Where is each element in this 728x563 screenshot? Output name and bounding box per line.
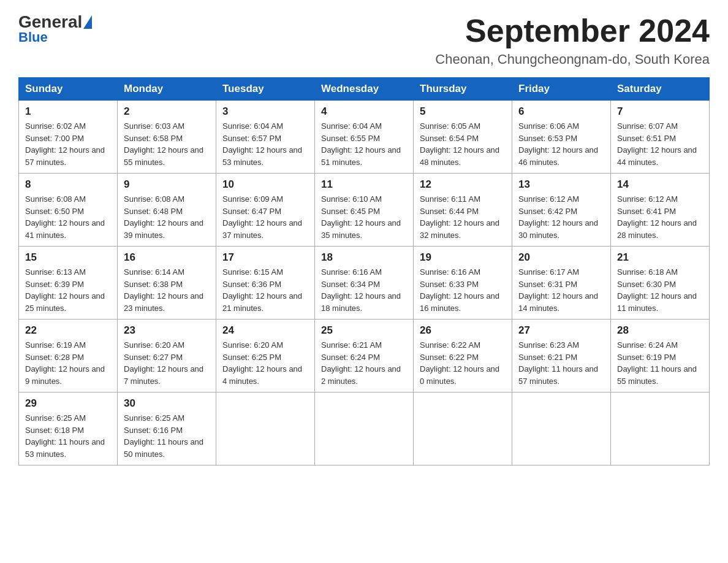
calendar-week-3: 15Sunrise: 6:13 AMSunset: 6:39 PMDayligh… [19, 247, 710, 320]
day-number: 19 [420, 251, 506, 264]
day-number: 5 [420, 105, 506, 118]
calendar-week-4: 22Sunrise: 6:19 AMSunset: 6:28 PMDayligh… [19, 320, 710, 393]
calendar-cell [216, 393, 315, 465]
day-info: Sunrise: 6:14 AMSunset: 6:38 PMDaylight:… [124, 266, 210, 314]
calendar-cell: 13Sunrise: 6:12 AMSunset: 6:42 PMDayligh… [512, 174, 611, 247]
day-info: Sunrise: 6:08 AMSunset: 6:48 PMDaylight:… [124, 193, 210, 241]
calendar-cell: 14Sunrise: 6:12 AMSunset: 6:41 PMDayligh… [611, 174, 710, 247]
weekday-header-sunday: Sunday [19, 78, 118, 101]
day-info: Sunrise: 6:11 AMSunset: 6:44 PMDaylight:… [420, 193, 506, 241]
calendar-cell: 24Sunrise: 6:20 AMSunset: 6:25 PMDayligh… [216, 320, 315, 393]
day-info: Sunrise: 6:07 AMSunset: 6:51 PMDaylight:… [617, 120, 703, 168]
day-info: Sunrise: 6:22 AMSunset: 6:22 PMDaylight:… [420, 339, 506, 387]
day-number: 4 [321, 105, 407, 118]
calendar-cell: 5Sunrise: 6:05 AMSunset: 6:54 PMDaylight… [414, 101, 512, 174]
location: Cheonan, Chungcheongnam-do, South Korea [435, 52, 710, 67]
calendar-cell: 6Sunrise: 6:06 AMSunset: 6:53 PMDaylight… [512, 101, 611, 174]
day-info: Sunrise: 6:15 AMSunset: 6:36 PMDaylight:… [222, 266, 308, 314]
day-info: Sunrise: 6:16 AMSunset: 6:33 PMDaylight:… [420, 266, 506, 314]
day-number: 13 [518, 178, 604, 191]
day-info: Sunrise: 6:20 AMSunset: 6:27 PMDaylight:… [124, 339, 210, 387]
day-info: Sunrise: 6:05 AMSunset: 6:54 PMDaylight:… [420, 120, 506, 168]
calendar-cell: 18Sunrise: 6:16 AMSunset: 6:34 PMDayligh… [315, 247, 414, 320]
day-number: 15 [25, 251, 111, 264]
calendar-cell: 21Sunrise: 6:18 AMSunset: 6:30 PMDayligh… [611, 247, 710, 320]
calendar-table: SundayMondayTuesdayWednesdayThursdayFrid… [18, 77, 710, 465]
day-info: Sunrise: 6:23 AMSunset: 6:21 PMDaylight:… [518, 339, 604, 387]
day-number: 14 [617, 178, 703, 191]
calendar-cell: 10Sunrise: 6:09 AMSunset: 6:47 PMDayligh… [216, 174, 315, 247]
calendar-cell: 20Sunrise: 6:17 AMSunset: 6:31 PMDayligh… [512, 247, 611, 320]
day-number: 1 [25, 105, 111, 118]
calendar-cell: 28Sunrise: 6:24 AMSunset: 6:19 PMDayligh… [611, 320, 710, 393]
day-info: Sunrise: 6:02 AMSunset: 7:00 PMDaylight:… [25, 120, 111, 168]
day-info: Sunrise: 6:17 AMSunset: 6:31 PMDaylight:… [518, 266, 604, 314]
calendar-week-1: 1Sunrise: 6:02 AMSunset: 7:00 PMDaylight… [19, 101, 710, 174]
day-info: Sunrise: 6:12 AMSunset: 6:42 PMDaylight:… [518, 193, 604, 241]
day-number: 3 [222, 105, 308, 118]
weekday-header-thursday: Thursday [414, 78, 512, 101]
day-info: Sunrise: 6:08 AMSunset: 6:50 PMDaylight:… [25, 193, 111, 241]
day-number: 18 [321, 251, 407, 264]
day-number: 29 [25, 397, 111, 410]
day-number: 2 [124, 105, 210, 118]
day-info: Sunrise: 6:25 AMSunset: 6:18 PMDaylight:… [25, 412, 111, 460]
day-info: Sunrise: 6:13 AMSunset: 6:39 PMDaylight:… [25, 266, 111, 314]
title-section: September 2024 Cheonan, Chungcheongnam-d… [435, 12, 710, 67]
day-info: Sunrise: 6:18 AMSunset: 6:30 PMDaylight:… [617, 266, 703, 314]
calendar-cell: 19Sunrise: 6:16 AMSunset: 6:33 PMDayligh… [414, 247, 512, 320]
day-info: Sunrise: 6:09 AMSunset: 6:47 PMDaylight:… [222, 193, 308, 241]
calendar-cell: 25Sunrise: 6:21 AMSunset: 6:24 PMDayligh… [315, 320, 414, 393]
day-number: 27 [518, 324, 604, 337]
day-info: Sunrise: 6:19 AMSunset: 6:28 PMDaylight:… [25, 339, 111, 387]
day-number: 23 [124, 324, 210, 337]
calendar-cell: 22Sunrise: 6:19 AMSunset: 6:28 PMDayligh… [19, 320, 118, 393]
day-number: 9 [124, 178, 210, 191]
weekday-header-wednesday: Wednesday [315, 78, 414, 101]
calendar-cell: 8Sunrise: 6:08 AMSunset: 6:50 PMDaylight… [19, 174, 118, 247]
calendar-cell: 16Sunrise: 6:14 AMSunset: 6:38 PMDayligh… [118, 247, 216, 320]
logo-triangle-icon [83, 15, 92, 29]
calendar-cell: 17Sunrise: 6:15 AMSunset: 6:36 PMDayligh… [216, 247, 315, 320]
day-info: Sunrise: 6:06 AMSunset: 6:53 PMDaylight:… [518, 120, 604, 168]
day-info: Sunrise: 6:20 AMSunset: 6:25 PMDaylight:… [222, 339, 308, 387]
calendar-cell: 15Sunrise: 6:13 AMSunset: 6:39 PMDayligh… [19, 247, 118, 320]
day-number: 20 [518, 251, 604, 264]
day-number: 28 [617, 324, 703, 337]
day-info: Sunrise: 6:21 AMSunset: 6:24 PMDaylight:… [321, 339, 407, 387]
day-number: 25 [321, 324, 407, 337]
day-number: 6 [518, 105, 604, 118]
day-number: 16 [124, 251, 210, 264]
calendar-cell [611, 393, 710, 465]
calendar-cell: 9Sunrise: 6:08 AMSunset: 6:48 PMDaylight… [118, 174, 216, 247]
calendar-cell: 7Sunrise: 6:07 AMSunset: 6:51 PMDaylight… [611, 101, 710, 174]
weekday-header-monday: Monday [118, 78, 216, 101]
calendar-cell [414, 393, 512, 465]
weekday-header-row: SundayMondayTuesdayWednesdayThursdayFrid… [19, 78, 710, 101]
day-number: 7 [617, 105, 703, 118]
calendar-cell: 2Sunrise: 6:03 AMSunset: 6:58 PMDaylight… [118, 101, 216, 174]
day-info: Sunrise: 6:03 AMSunset: 6:58 PMDaylight:… [124, 120, 210, 168]
calendar-cell: 12Sunrise: 6:11 AMSunset: 6:44 PMDayligh… [414, 174, 512, 247]
day-number: 11 [321, 178, 407, 191]
calendar-cell: 27Sunrise: 6:23 AMSunset: 6:21 PMDayligh… [512, 320, 611, 393]
day-info: Sunrise: 6:25 AMSunset: 6:16 PMDaylight:… [124, 412, 210, 460]
day-number: 8 [25, 178, 111, 191]
day-number: 12 [420, 178, 506, 191]
calendar-cell: 23Sunrise: 6:20 AMSunset: 6:27 PMDayligh… [118, 320, 216, 393]
day-number: 22 [25, 324, 111, 337]
weekday-header-friday: Friday [512, 78, 611, 101]
day-number: 30 [124, 397, 210, 410]
weekday-header-tuesday: Tuesday [216, 78, 315, 101]
day-info: Sunrise: 6:12 AMSunset: 6:41 PMDaylight:… [617, 193, 703, 241]
day-info: Sunrise: 6:10 AMSunset: 6:45 PMDaylight:… [321, 193, 407, 241]
day-info: Sunrise: 6:16 AMSunset: 6:34 PMDaylight:… [321, 266, 407, 314]
calendar-cell: 4Sunrise: 6:04 AMSunset: 6:55 PMDaylight… [315, 101, 414, 174]
calendar-week-5: 29Sunrise: 6:25 AMSunset: 6:18 PMDayligh… [19, 393, 710, 465]
day-number: 17 [222, 251, 308, 264]
day-number: 21 [617, 251, 703, 264]
calendar-cell: 29Sunrise: 6:25 AMSunset: 6:18 PMDayligh… [19, 393, 118, 465]
day-info: Sunrise: 6:04 AMSunset: 6:55 PMDaylight:… [321, 120, 407, 168]
weekday-header-saturday: Saturday [611, 78, 710, 101]
day-info: Sunrise: 6:04 AMSunset: 6:57 PMDaylight:… [222, 120, 308, 168]
